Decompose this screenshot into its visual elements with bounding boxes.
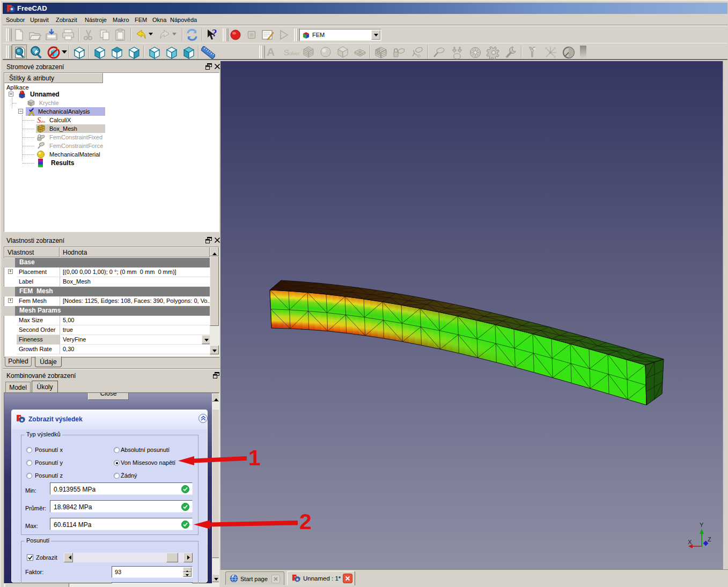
svg-text:2: 2: [299, 509, 312, 534]
svg-text:1: 1: [248, 445, 261, 470]
